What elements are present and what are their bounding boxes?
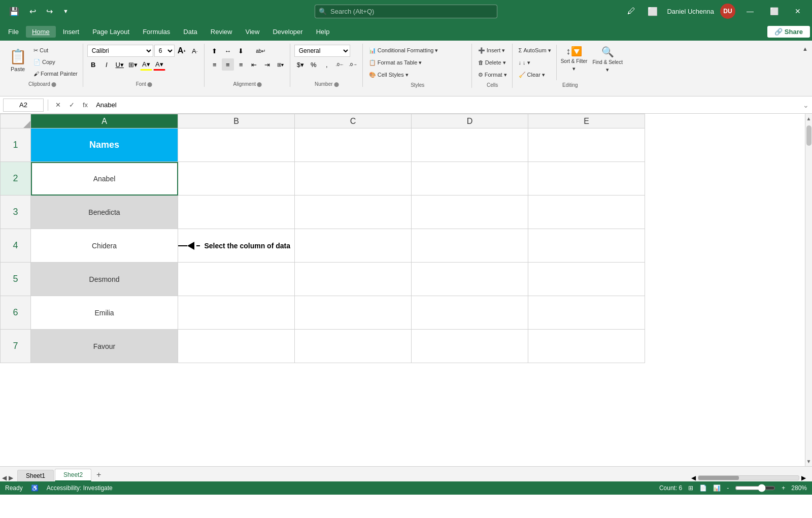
win-min-btn[interactable]: — xyxy=(741,5,759,17)
increase-decimal-button[interactable]: .0→ xyxy=(347,58,359,71)
sheet-nav-left[interactable]: ◀ xyxy=(2,474,7,481)
user-avatar[interactable]: DU xyxy=(720,4,735,19)
menu-page-layout[interactable]: Page Layout xyxy=(86,26,136,38)
bold-button[interactable]: B xyxy=(87,58,99,71)
clear-button[interactable]: 🧹Clear▾ xyxy=(517,69,553,80)
row-header-5[interactable]: 5 xyxy=(1,263,31,296)
cut-button[interactable]: ✂Cut xyxy=(31,45,80,56)
insert-cells-button[interactable]: ➕Insert▾ xyxy=(476,45,509,56)
zoom-out-button[interactable]: - xyxy=(727,484,729,492)
underline-button[interactable]: U▾ xyxy=(114,58,126,71)
redo-icon[interactable]: ↪ xyxy=(43,6,56,17)
cell-B5[interactable] xyxy=(178,263,295,296)
format-painter-button[interactable]: 🖌Format Painter xyxy=(31,68,80,79)
menu-review[interactable]: Review xyxy=(205,26,239,38)
cell-E6[interactable] xyxy=(528,296,645,330)
cell-styles-button[interactable]: 🎨 Cell Styles ▾ xyxy=(367,69,468,80)
row-header-1[interactable]: 1 xyxy=(1,128,31,162)
zoom-slider[interactable] xyxy=(735,484,775,492)
cell-A1[interactable]: Names xyxy=(31,128,178,162)
align-middle-button[interactable]: ↔ xyxy=(222,45,234,57)
win-close-btn[interactable]: ✕ xyxy=(790,5,806,17)
align-center-button[interactable]: ≡ xyxy=(222,58,234,71)
sheet-tab-1[interactable]: Sheet1 xyxy=(17,470,54,481)
cell-C3[interactable] xyxy=(295,196,412,229)
cell-A2[interactable]: Anabel xyxy=(31,162,178,196)
insert-function-button[interactable]: fx xyxy=(80,100,91,110)
vertical-scrollbar[interactable]: ▲ ▼ xyxy=(805,114,812,466)
scroll-up-button[interactable]: ▲ xyxy=(806,114,811,123)
menu-help[interactable]: Help xyxy=(310,26,336,38)
cell-C4[interactable] xyxy=(295,229,412,263)
cell-E4[interactable] xyxy=(528,229,645,263)
font-name-selector[interactable]: Calibri xyxy=(87,45,153,57)
menu-formulas[interactable]: Formulas xyxy=(137,26,176,38)
number-format-selector[interactable]: General xyxy=(294,45,350,57)
h-scroll-left[interactable]: ◀ xyxy=(691,474,696,481)
share-button[interactable]: 🔗Share xyxy=(767,26,810,38)
screen-icon[interactable]: ⬜ xyxy=(645,6,661,17)
pen-icon[interactable]: 🖊 xyxy=(624,6,638,17)
cell-B4[interactable]: Select the column of data xyxy=(178,229,295,263)
row-header-3[interactable]: 3 xyxy=(1,196,31,229)
menu-data[interactable]: Data xyxy=(177,26,203,38)
align-top-button[interactable]: ⬆ xyxy=(209,45,221,57)
conditional-formatting-button[interactable]: 📊 Conditional Formatting ▾ xyxy=(367,45,468,56)
clipboard-expand-icon[interactable]: ⬤ xyxy=(51,82,56,87)
col-header-B[interactable]: B xyxy=(178,114,295,128)
h-scroll-track[interactable] xyxy=(698,475,799,480)
fill-color-button[interactable]: A▾ xyxy=(140,58,152,71)
page-layout-icon[interactable]: 📄 xyxy=(699,484,707,492)
font-expand-icon[interactable]: ⬤ xyxy=(147,82,152,87)
sort-filter-button[interactable]: ↕🔽 Sort & Filter ▾ xyxy=(560,45,589,73)
cell-B6[interactable] xyxy=(178,296,295,330)
cell-A4[interactable]: Chidera xyxy=(31,229,178,263)
customize-icon[interactable]: ▼ xyxy=(60,7,72,15)
fill-button[interactable]: ↓↓▾ xyxy=(517,57,553,68)
cell-E1[interactable] xyxy=(528,128,645,162)
col-header-E[interactable]: E xyxy=(528,114,645,128)
normal-view-icon[interactable]: ⊞ xyxy=(688,484,693,492)
scroll-thumb[interactable] xyxy=(806,125,811,146)
font-color-button[interactable]: A▾ xyxy=(153,58,165,71)
accessibility-text[interactable]: Accessibility: Investigate xyxy=(47,484,113,492)
cell-C2[interactable] xyxy=(295,162,412,196)
cell-C1[interactable] xyxy=(295,128,412,162)
cell-A5[interactable]: Desmond xyxy=(31,263,178,296)
cell-A6[interactable]: Emilia xyxy=(31,296,178,330)
zoom-in-button[interactable]: + xyxy=(782,484,785,492)
corner-header[interactable] xyxy=(1,114,31,128)
merge-center-button[interactable]: ⊞▾ xyxy=(275,58,287,71)
menu-insert[interactable]: Insert xyxy=(57,26,86,38)
col-header-D[interactable]: D xyxy=(412,114,528,128)
comma-button[interactable]: , xyxy=(321,58,333,71)
decrease-decimal-button[interactable]: .0← xyxy=(334,58,346,71)
cell-A7[interactable]: Favour xyxy=(31,330,178,363)
accessibility-icon[interactable]: ♿ xyxy=(31,484,39,492)
add-sheet-button[interactable]: + xyxy=(92,468,105,481)
formula-bar-expand-icon[interactable]: ⌄ xyxy=(803,101,809,109)
cell-D6[interactable] xyxy=(412,296,528,330)
cell-E2[interactable] xyxy=(528,162,645,196)
percent-button[interactable]: % xyxy=(308,58,320,71)
h-scroll-right[interactable]: ▶ xyxy=(801,474,806,481)
menu-home[interactable]: Home xyxy=(26,26,56,38)
format-as-table-button[interactable]: 📋 Format as Table ▾ xyxy=(367,57,468,68)
menu-developer[interactable]: Developer xyxy=(266,26,309,38)
italic-button[interactable]: I xyxy=(100,58,113,71)
cell-D3[interactable] xyxy=(412,196,528,229)
scroll-down-button[interactable]: ▼ xyxy=(806,457,811,466)
grow-font-button[interactable]: A+ xyxy=(176,45,188,57)
cell-D4[interactable] xyxy=(412,229,528,263)
menu-view[interactable]: View xyxy=(239,26,265,38)
row-header-6[interactable]: 6 xyxy=(1,296,31,330)
menu-file[interactable]: File xyxy=(2,26,25,38)
cell-D1[interactable] xyxy=(412,128,528,162)
col-header-C[interactable]: C xyxy=(295,114,412,128)
auto-sum-button[interactable]: ΣAutoSum▾ xyxy=(517,45,553,56)
shrink-font-button[interactable]: A- xyxy=(189,45,201,57)
confirm-formula-button[interactable]: ✓ xyxy=(66,100,78,110)
scroll-track[interactable] xyxy=(805,123,812,457)
row-header-7[interactable]: 7 xyxy=(1,330,31,363)
currency-button[interactable]: $▾ xyxy=(294,58,307,71)
